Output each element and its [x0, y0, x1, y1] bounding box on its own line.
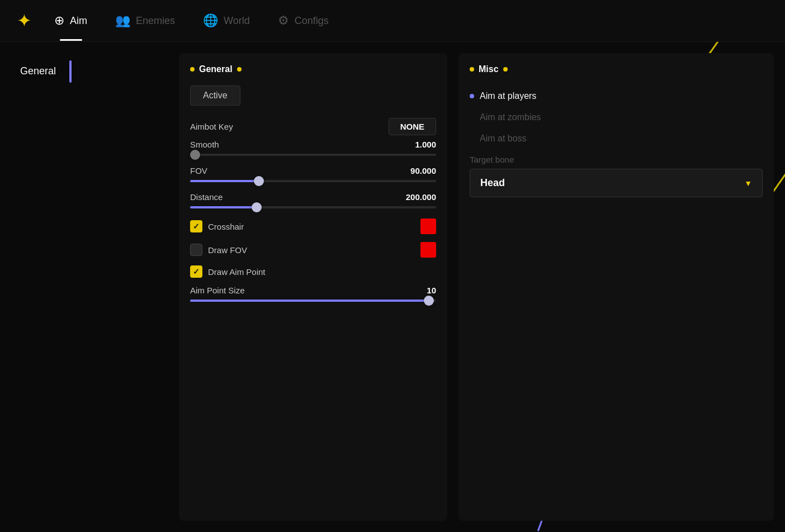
distance-slider-fill	[190, 206, 257, 208]
nav-underline	[60, 39, 82, 41]
section-dot-left2	[237, 67, 242, 72]
target-bone-value: Head	[480, 177, 505, 189]
top-nav: ✦ ⊕ Aim 👥 Enemies 🌐 World ⚙ Configs	[0, 0, 785, 42]
nav-item-world-label: World	[224, 15, 250, 27]
draw-aim-point-checkbox[interactable]: ✓	[190, 265, 202, 278]
aimbot-key-value[interactable]: NONE	[389, 118, 436, 135]
target-bone-dropdown[interactable]: Head ▼	[470, 169, 763, 197]
aim-at-zombies-item[interactable]: Aim at zombies	[470, 107, 763, 128]
smooth-slider-track	[190, 154, 436, 156]
aim-point-size-value: 10	[427, 286, 436, 295]
nav-item-configs-label: Configs	[295, 15, 329, 27]
fov-label: FOV	[190, 166, 207, 175]
configs-icon: ⚙	[278, 13, 289, 28]
left-section-header: General	[190, 64, 436, 74]
dropdown-arrow-icon: ▼	[744, 179, 752, 188]
crosshair-label: Crosshair	[208, 222, 244, 231]
sidebar-active-indicator	[69, 60, 72, 83]
section-dot-right	[470, 67, 474, 72]
draw-fov-label: Draw FOV	[208, 245, 247, 255]
fov-value: 90.000	[410, 166, 436, 175]
right-section-header: Misc	[470, 64, 763, 74]
aim-at-boss-label: Aim at boss	[480, 134, 527, 144]
distance-row: Distance 200.000	[190, 192, 436, 202]
left-section-title: General	[199, 64, 233, 74]
nav-item-aim-label: Aim	[70, 15, 87, 27]
distance-slider-container: Distance 200.000	[190, 192, 436, 208]
draw-aim-point-row: ✓ Draw Aim Point	[190, 265, 436, 278]
draw-fov-color-swatch[interactable]	[420, 242, 436, 258]
smooth-row: Smooth 1.000	[190, 140, 436, 149]
nav-items: ⊕ Aim 👥 Enemies 🌐 World ⚙ Configs	[54, 11, 329, 31]
logo: ✦	[17, 12, 32, 30]
active-toggle-row: Active	[190, 86, 436, 106]
smooth-value: 1.000	[415, 140, 436, 149]
right-section-title: Misc	[479, 64, 499, 74]
smooth-label: Smooth	[190, 140, 219, 149]
aim-point-size-slider-container: Aim Point Size 10	[190, 286, 436, 302]
aim-at-players-item[interactable]: Aim at players	[470, 86, 763, 107]
nav-item-enemies-label: Enemies	[136, 15, 175, 27]
smooth-slider-thumb[interactable]	[190, 150, 200, 160]
aim-point-size-row: Aim Point Size 10	[190, 286, 436, 295]
distance-label: Distance	[190, 192, 223, 202]
target-bone-label: Target bone	[470, 155, 763, 164]
fov-slider-fill	[190, 180, 259, 182]
aim-point-size-slider-fill	[190, 300, 429, 302]
active-toggle[interactable]: Active	[190, 86, 240, 106]
distance-slider-track	[190, 206, 436, 208]
draw-aim-point-checkmark: ✓	[193, 267, 200, 276]
nav-item-enemies[interactable]: 👥 Enemies	[115, 11, 175, 31]
section-dot-left	[190, 67, 195, 72]
aim-at-players-label: Aim at players	[480, 91, 536, 101]
crosshair-checkbox[interactable]: ✓	[190, 220, 202, 232]
draw-fov-checkbox[interactable]	[190, 244, 202, 256]
nav-item-configs[interactable]: ⚙ Configs	[278, 11, 329, 31]
fov-slider-track	[190, 180, 436, 182]
aim-at-players-dot	[470, 94, 474, 98]
aim-at-zombies-label: Aim at zombies	[480, 112, 541, 122]
nav-item-world[interactable]: 🌐 World	[203, 11, 250, 31]
section-dot-right2	[503, 67, 508, 72]
aim-point-size-slider-thumb[interactable]	[424, 296, 434, 306]
draw-fov-row: Draw FOV	[190, 242, 436, 258]
main-layout: General General Active Aimbot Key NONE	[0, 42, 785, 532]
world-icon: 🌐	[203, 13, 218, 28]
distance-value: 200.000	[406, 192, 436, 202]
distance-slider-thumb[interactable]	[252, 202, 262, 212]
smooth-slider-container: Smooth 1.000	[190, 140, 436, 156]
crosshair-row: ✓ Crosshair	[190, 218, 436, 234]
aim-point-size-slider-track	[190, 300, 436, 302]
crosshair-color-swatch[interactable]	[420, 218, 436, 234]
aimbot-key-row: Aimbot Key NONE	[190, 118, 436, 135]
crosshair-checkmark: ✓	[193, 222, 200, 231]
aim-at-boss-item[interactable]: Aim at boss	[470, 128, 763, 149]
draw-aim-point-left: ✓ Draw Aim Point	[190, 265, 266, 278]
aimbot-key-label: Aimbot Key	[190, 122, 233, 131]
right-panel: Misc Aim at players Aim at zombies Aim a…	[458, 53, 774, 521]
nav-item-aim[interactable]: ⊕ Aim	[54, 11, 87, 31]
fov-slider-container: FOV 90.000	[190, 166, 436, 182]
crosshair-left: ✓ Crosshair	[190, 220, 244, 232]
enemies-icon: 👥	[115, 13, 130, 28]
draw-fov-left: Draw FOV	[190, 244, 247, 256]
sidebar: General	[0, 42, 168, 532]
aim-point-size-label: Aim Point Size	[190, 286, 245, 295]
sidebar-item-general[interactable]: General	[11, 59, 65, 84]
sidebar-general-label: General	[20, 65, 56, 77]
left-panel: General Active Aimbot Key NONE Smooth 1.…	[179, 53, 447, 521]
draw-aim-point-label: Draw Aim Point	[208, 267, 266, 277]
aim-icon: ⊕	[54, 13, 64, 28]
fov-slider-thumb[interactable]	[254, 176, 264, 186]
fov-row: FOV 90.000	[190, 166, 436, 175]
content-area: General Active Aimbot Key NONE Smooth 1.…	[168, 42, 785, 532]
